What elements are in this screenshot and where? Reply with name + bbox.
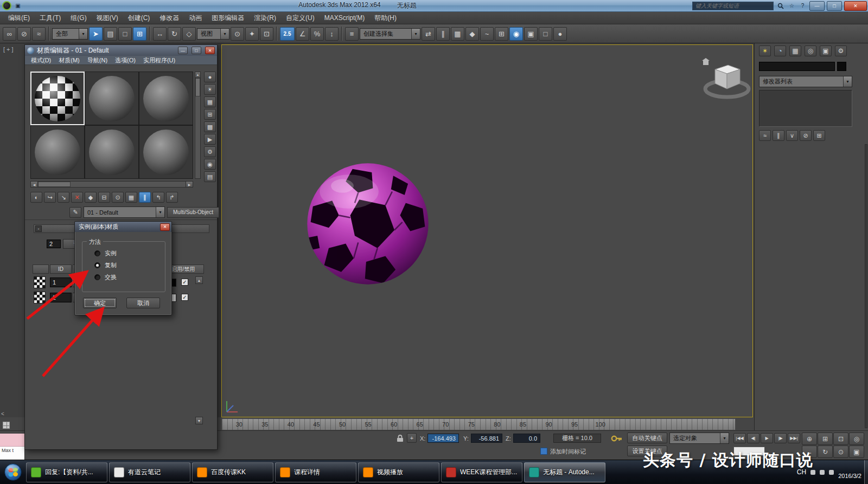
method-radio-option[interactable]: 复制 <box>94 261 117 269</box>
field-of-view-icon[interactable]: ◎ <box>849 433 864 445</box>
favorites-icon[interactable]: ☆ <box>787 2 796 10</box>
time-tag-icon[interactable] <box>540 448 547 455</box>
snaps-toggle-2-5[interactable]: 2.5 <box>280 27 295 41</box>
make-preview-icon[interactable]: ▶ <box>204 134 216 145</box>
scroll-left-icon[interactable]: ◀ <box>31 182 38 187</box>
selection-set-dropdown[interactable]: 选定对象 ▾ <box>669 433 729 444</box>
viewport-corner-label[interactable]: [ + ] <box>3 46 14 53</box>
maximize-button[interactable]: □ <box>827 1 842 11</box>
material-count-field[interactable]: 2 <box>47 240 61 248</box>
method-radio-option[interactable]: 交换 <box>94 273 117 281</box>
enable-checkbox[interactable]: ✓ <box>181 279 188 286</box>
object-color-swatch[interactable] <box>837 62 846 71</box>
selection-filter-dropdown[interactable]: 全部 ▾ <box>52 28 88 40</box>
show-end-result-icon[interactable]: ∥ <box>139 192 151 203</box>
tab-modify-icon[interactable]: ◔ <box>774 46 786 56</box>
key-icon[interactable] <box>611 435 623 444</box>
material-name-dropdown[interactable]: 01 - Default ▾ <box>84 206 165 218</box>
material-map-navigator-icon[interactable]: ▤ <box>204 171 216 182</box>
dialog-titlebar[interactable]: 实例(副本)材质 ✕ <box>75 222 171 232</box>
panel-scrollbar[interactable] <box>865 144 867 428</box>
rectangular-selection-icon[interactable]: □ <box>118 27 132 41</box>
put-to-scene-icon[interactable]: ↪ <box>44 192 56 203</box>
material-sample-slot[interactable] <box>139 72 193 125</box>
zoom-all-icon[interactable]: ⊞ <box>818 433 833 445</box>
taskbar-app-button[interactable]: 无标题 - Autode... <box>524 462 605 482</box>
collapse-icon[interactable]: - <box>35 225 42 232</box>
get-material-icon[interactable]: ◐ <box>30 192 42 203</box>
x-coordinate-field[interactable]: -164.493 <box>427 434 459 443</box>
named-selection-sets-dropdown[interactable]: 创建选择集 ▾ <box>360 28 420 40</box>
render-production-icon[interactable]: ● <box>553 27 567 41</box>
pick-material-from-object-icon[interactable]: ✎ <box>69 207 81 218</box>
make-unique-icon[interactable]: ◆ <box>85 192 97 203</box>
align-icon[interactable]: ∥ <box>436 27 450 41</box>
pin-stack-icon[interactable]: ≈ <box>759 130 771 141</box>
menu-item[interactable]: 模式(D) <box>27 56 55 64</box>
graphite-modeling-icon[interactable]: ◆ <box>465 27 479 41</box>
material-sample-slot[interactable] <box>85 125 139 179</box>
infocenter-search-input[interactable] <box>692 2 774 10</box>
unlink-selection-icon[interactable]: ⊘ <box>17 27 31 41</box>
previous-frame-icon[interactable]: ◀| <box>747 433 760 443</box>
material-editor-titlebar[interactable]: 材质编辑器 - 01 - Default — □ ✕ <box>25 45 217 56</box>
z-coordinate-field[interactable]: 0.0 <box>513 434 540 443</box>
menu-item[interactable]: 选项(O) <box>111 56 139 64</box>
menu-item[interactable]: 帮助(H) <box>369 12 401 24</box>
start-button[interactable] <box>4 463 22 481</box>
go-to-start-icon[interactable]: |◀◀ <box>733 433 746 443</box>
menu-item[interactable]: 工具(T) <box>35 12 66 24</box>
backlight-icon[interactable]: ☀ <box>204 84 216 95</box>
tab-display-icon[interactable]: ▣ <box>820 46 832 56</box>
scroll-up-icon[interactable]: ▲ <box>195 72 200 78</box>
method-radio-option[interactable]: 实例 <box>94 249 117 257</box>
go-to-parent-icon[interactable]: ↰ <box>152 192 164 203</box>
maxscript-mini-listener[interactable]: Max t <box>0 434 25 460</box>
add-time-tag[interactable]: 添加时间标记 <box>550 448 586 456</box>
menu-item[interactable]: 修改器 <box>155 12 184 24</box>
material-type-button[interactable]: Multi/Sub-Object <box>167 207 219 218</box>
show-map-in-viewport-icon[interactable]: ▦ <box>125 192 137 203</box>
menu-item[interactable]: 渲染(R) <box>249 12 281 24</box>
show-end-result-icon[interactable]: ∥ <box>773 130 784 141</box>
menu-item[interactable]: 自定义(U) <box>281 12 320 24</box>
mirror-icon[interactable]: ⇄ <box>422 27 435 41</box>
ok-button[interactable]: 确定 <box>83 298 117 308</box>
modifier-stack[interactable] <box>759 90 852 127</box>
go-to-end-icon[interactable]: ▶▶| <box>788 433 800 443</box>
save-file-icon[interactable]: ▣ <box>13 2 23 10</box>
tab-hierarchy-icon[interactable]: ▦ <box>789 46 801 56</box>
menu-item[interactable]: 图形编辑器 <box>207 12 249 24</box>
listener-macro-row[interactable] <box>0 434 24 447</box>
scrollbar-thumb[interactable] <box>38 182 71 187</box>
tab-motion-icon[interactable]: ◎ <box>805 46 816 56</box>
bind-to-space-warp-icon[interactable]: ≈ <box>32 27 46 41</box>
material-sample-slot[interactable] <box>30 125 85 179</box>
menu-item[interactable]: 动画 <box>184 12 207 24</box>
max-logo-icon[interactable] <box>2 1 11 10</box>
menu-item[interactable]: MAXScript(M) <box>320 12 370 24</box>
radio-icon[interactable] <box>94 262 100 268</box>
sample-uv-tiling-icon[interactable]: ⊞ <box>204 109 216 120</box>
go-to-sibling-icon[interactable]: ↱ <box>166 192 178 203</box>
view-cube[interactable] <box>699 57 753 106</box>
auto-key-button[interactable]: 自动关键点 <box>627 433 667 443</box>
search-icon[interactable] <box>776 2 785 10</box>
close-button[interactable]: ✕ <box>205 47 215 54</box>
material-editor-icon[interactable]: ◉ <box>509 27 523 41</box>
taskbar-app-button[interactable]: 课程详情 <box>275 462 356 482</box>
spinner-snap-icon[interactable]: ↕ <box>325 27 339 41</box>
viewport-splitter[interactable] <box>218 43 221 417</box>
sample-slots-vertical-scrollbar[interactable]: ▲ <box>195 72 201 179</box>
select-and-link-icon[interactable]: ∞ <box>3 27 16 41</box>
select-and-scale-icon[interactable]: ◇ <box>182 27 196 41</box>
scroll-down-icon[interactable]: ▼ <box>195 417 203 424</box>
make-unique-icon[interactable]: ∨ <box>786 130 798 141</box>
radio-icon[interactable] <box>94 274 100 280</box>
edit-named-selection-sets-icon[interactable]: ≡ <box>345 27 359 41</box>
menu-item[interactable]: 组(G) <box>66 12 91 24</box>
y-coordinate-field[interactable]: -56.881 <box>471 434 502 443</box>
table-header-id[interactable]: ID <box>50 264 72 274</box>
use-pivot-center-icon[interactable]: ⊙ <box>231 27 244 41</box>
options-icon[interactable]: ⚙ <box>204 146 216 157</box>
